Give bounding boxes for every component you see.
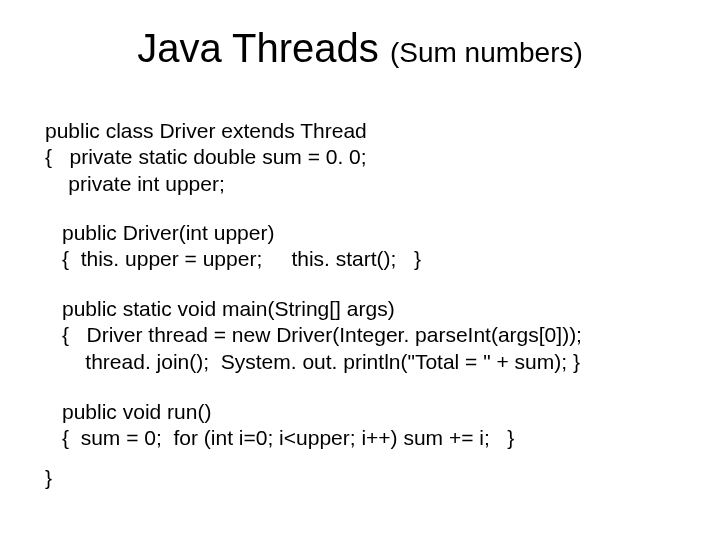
code-block-run: public void run() { sum = 0; for (int i=…: [62, 399, 514, 452]
code-block-constructor: public Driver(int upper) { this. upper =…: [62, 220, 421, 273]
code-block-closing-brace: }: [45, 465, 52, 491]
title-subtitle: (Sum numbers): [390, 37, 583, 68]
title-main: Java Threads: [137, 26, 390, 70]
code-block-class-decl: public class Driver extends Thread { pri…: [45, 118, 367, 197]
code-block-main: public static void main(String[] args) {…: [62, 296, 582, 375]
slide-title: Java Threads (Sum numbers): [0, 26, 720, 71]
